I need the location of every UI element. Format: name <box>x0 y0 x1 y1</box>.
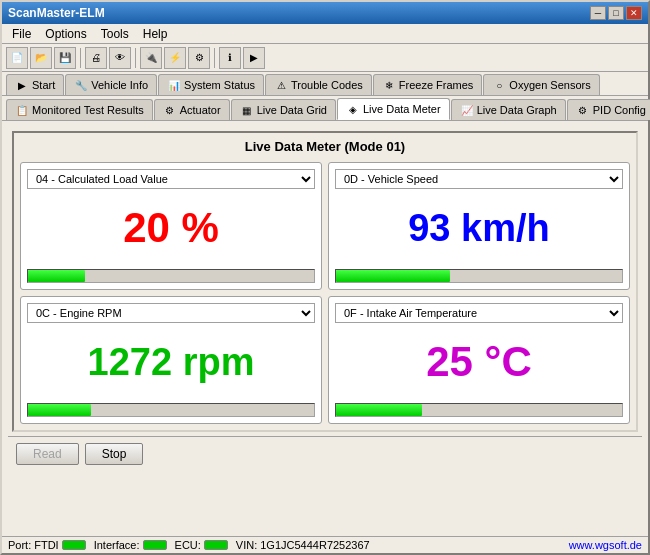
menu-tools[interactable]: Tools <box>95 26 135 42</box>
port-label: Port: <box>8 539 31 551</box>
tab-bar-1: ▶ Start 🔧 Vehicle Info 📊 System Status ⚠… <box>2 72 648 96</box>
tab-live-data-grid[interactable]: ▦ Live Data Grid <box>231 99 336 120</box>
menu-bar: File Options Tools Help <box>2 24 648 44</box>
gauge-4-value: 25 °C <box>426 338 532 386</box>
tab-freeze-frames[interactable]: ❄ Freeze Frames <box>373 74 483 95</box>
toolbar: 📄 📂 💾 🖨 👁 🔌 ⚡ ⚙ ℹ ▶ <box>2 44 648 72</box>
start-tab-icon: ▶ <box>15 78 29 92</box>
menu-file[interactable]: File <box>6 26 37 42</box>
vin-value: 1G1JC5444R7252367 <box>260 539 369 551</box>
website-link[interactable]: www.wgsoft.de <box>569 539 642 551</box>
close-button[interactable]: ✕ <box>626 6 642 20</box>
toolbar-connect-icon[interactable]: 🔌 <box>140 47 162 69</box>
trouble-codes-tab-icon: ⚠ <box>274 78 288 92</box>
toolbar-open-icon[interactable]: 📂 <box>30 47 52 69</box>
status-interface: Interface: <box>94 539 167 551</box>
tab-system-status-label: System Status <box>184 79 255 91</box>
tab-live-data-graph[interactable]: 📈 Live Data Graph <box>451 99 566 120</box>
actuator-tab-icon: ⚙ <box>163 103 177 117</box>
toolbar-separator-1 <box>80 48 81 68</box>
gauge-panel-1: 04 - Calculated Load Value 20 % <box>20 162 322 290</box>
toolbar-disconnect-icon[interactable]: ⚡ <box>164 47 186 69</box>
tab-vehicle-info-label: Vehicle Info <box>91 79 148 91</box>
gauge-1-value-container: 20 % <box>27 193 315 263</box>
main-content: Live Data Meter (Mode 01) 04 - Calculate… <box>2 121 648 536</box>
gauge-2-select[interactable]: 0D - Vehicle Speed <box>335 169 623 189</box>
live-data-meter-tab-icon: ◈ <box>346 102 360 116</box>
toolbar-settings-icon[interactable]: ⚙ <box>188 47 210 69</box>
toolbar-info-icon[interactable]: ℹ <box>219 47 241 69</box>
gauge-3-select[interactable]: 0C - Engine RPM <box>27 303 315 323</box>
gauge-3-value: 1272 rpm <box>88 341 255 384</box>
minimize-button[interactable]: ─ <box>590 6 606 20</box>
gauge-2-progress-fill <box>336 270 450 282</box>
port-value: FTDI <box>34 539 58 551</box>
gauges-grid: 04 - Calculated Load Value 20 % 0D - Veh… <box>20 162 630 424</box>
vehicle-info-tab-icon: 🔧 <box>74 78 88 92</box>
tab-bar-2: 📋 Monitored Test Results ⚙ Actuator ▦ Li… <box>2 96 648 121</box>
tab-live-data-grid-label: Live Data Grid <box>257 104 327 116</box>
tab-actuator-label: Actuator <box>180 104 221 116</box>
app-window: ScanMaster-ELM ─ □ ✕ File Options Tools … <box>0 0 650 555</box>
gauge-panel-3: 0C - Engine RPM 1272 rpm <box>20 296 322 424</box>
status-port: Port: FTDI <box>8 539 86 551</box>
tab-trouble-codes[interactable]: ⚠ Trouble Codes <box>265 74 372 95</box>
gauge-1-select[interactable]: 04 - Calculated Load Value <box>27 169 315 189</box>
toolbar-extra-icon[interactable]: ▶ <box>243 47 265 69</box>
tab-trouble-codes-label: Trouble Codes <box>291 79 363 91</box>
maximize-button[interactable]: □ <box>608 6 624 20</box>
menu-options[interactable]: Options <box>39 26 92 42</box>
tab-vehicle-info[interactable]: 🔧 Vehicle Info <box>65 74 157 95</box>
gauge-4-value-container: 25 °C <box>335 327 623 397</box>
gauge-4-select[interactable]: 0F - Intake Air Temperature <box>335 303 623 323</box>
tab-pid-config[interactable]: ⚙ PID Config <box>567 99 650 120</box>
gauge-4-progress-bar <box>335 403 623 417</box>
toolbar-print-icon[interactable]: 🖨 <box>85 47 107 69</box>
gauge-panel-2: 0D - Vehicle Speed 93 km/h <box>328 162 630 290</box>
toolbar-preview-icon[interactable]: 👁 <box>109 47 131 69</box>
status-bar: Port: FTDI Interface: ECU: VIN: 1G1JC544… <box>2 536 648 553</box>
gauge-2-value-container: 93 km/h <box>335 193 623 263</box>
gauge-panel-4: 0F - Intake Air Temperature 25 °C <box>328 296 630 424</box>
gauge-3-progress-fill <box>28 404 91 416</box>
oxygen-sensors-tab-icon: ○ <box>492 78 506 92</box>
gauge-3-progress-bar <box>27 403 315 417</box>
gauge-2-value: 93 km/h <box>408 207 550 250</box>
bottom-bar: Read Stop <box>8 436 642 471</box>
tab-start-label: Start <box>32 79 55 91</box>
tab-live-data-meter[interactable]: ◈ Live Data Meter <box>337 98 450 120</box>
toolbar-separator-2 <box>135 48 136 68</box>
monitored-tab-icon: 📋 <box>15 103 29 117</box>
gauge-4-progress-fill <box>336 404 422 416</box>
menu-help[interactable]: Help <box>137 26 174 42</box>
status-vin: VIN: 1G1JC5444R7252367 <box>236 539 370 551</box>
section-title: Live Data Meter (Mode 01) <box>20 139 630 154</box>
tab-freeze-frames-label: Freeze Frames <box>399 79 474 91</box>
tab-monitored-label: Monitored Test Results <box>32 104 144 116</box>
stop-button[interactable]: Stop <box>85 443 144 465</box>
tab-oxygen-sensors[interactable]: ○ Oxygen Sensors <box>483 74 599 95</box>
toolbar-new-icon[interactable]: 📄 <box>6 47 28 69</box>
tab-actuator[interactable]: ⚙ Actuator <box>154 99 230 120</box>
freeze-frames-tab-icon: ❄ <box>382 78 396 92</box>
title-bar: ScanMaster-ELM ─ □ ✕ <box>2 2 648 24</box>
tab-system-status[interactable]: 📊 System Status <box>158 74 264 95</box>
ecu-led <box>204 540 228 550</box>
tab-start[interactable]: ▶ Start <box>6 74 64 95</box>
tab-monitored[interactable]: 📋 Monitored Test Results <box>6 99 153 120</box>
gauge-1-progress-fill <box>28 270 85 282</box>
tab-pid-config-label: PID Config <box>593 104 646 116</box>
status-ecu: ECU: <box>175 539 228 551</box>
read-button[interactable]: Read <box>16 443 79 465</box>
interface-led <box>143 540 167 550</box>
gauge-2-progress-bar <box>335 269 623 283</box>
tab-oxygen-sensors-label: Oxygen Sensors <box>509 79 590 91</box>
title-bar-controls: ─ □ ✕ <box>590 6 642 20</box>
tab-live-data-meter-label: Live Data Meter <box>363 103 441 115</box>
content-wrapper: Live Data Meter (Mode 01) 04 - Calculate… <box>12 131 638 432</box>
gauge-3-value-container: 1272 rpm <box>27 327 315 397</box>
live-data-graph-tab-icon: 📈 <box>460 103 474 117</box>
toolbar-save-icon[interactable]: 💾 <box>54 47 76 69</box>
toolbar-separator-3 <box>214 48 215 68</box>
port-led <box>62 540 86 550</box>
